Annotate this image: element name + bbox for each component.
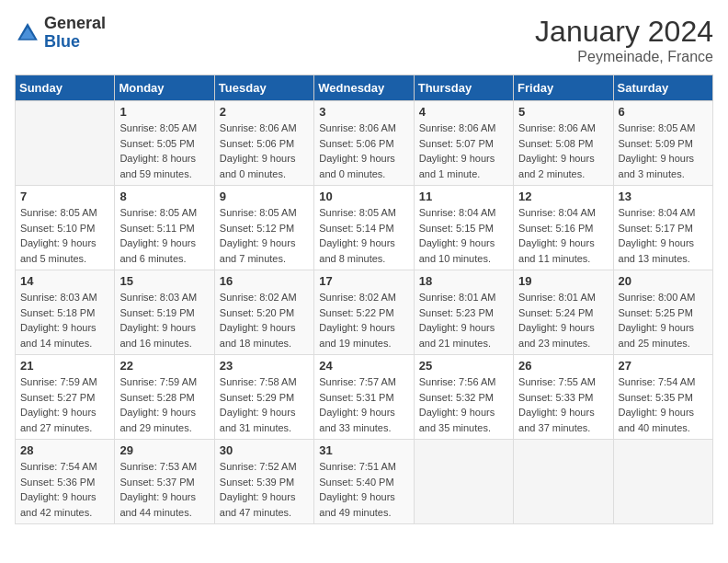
day-number: 5 (518, 105, 608, 119)
day-info: Sunrise: 8:06 AMSunset: 5:07 PMDaylight:… (419, 121, 508, 181)
calendar-cell: 25Sunrise: 7:56 AMSunset: 5:32 PMDayligh… (414, 355, 513, 440)
calendar-week-1: 1Sunrise: 8:05 AMSunset: 5:05 PMDaylight… (16, 101, 713, 186)
calendar-table: SundayMondayTuesdayWednesdayThursdayFrid… (15, 75, 713, 524)
day-info: Sunrise: 8:03 AMSunset: 5:19 PMDaylight:… (119, 290, 209, 350)
calendar-cell: 14Sunrise: 8:03 AMSunset: 5:18 PMDayligh… (16, 270, 115, 355)
calendar-cell: 4Sunrise: 8:06 AMSunset: 5:07 PMDaylight… (414, 101, 513, 186)
day-number: 27 (619, 359, 708, 373)
day-number: 15 (119, 274, 209, 288)
calendar-cell: 12Sunrise: 8:04 AMSunset: 5:16 PMDayligh… (514, 186, 613, 270)
calendar-week-2: 7Sunrise: 8:05 AMSunset: 5:10 PMDaylight… (16, 186, 713, 270)
day-number: 3 (319, 105, 408, 119)
day-info: Sunrise: 8:06 AMSunset: 5:08 PMDaylight:… (518, 121, 608, 181)
day-number: 12 (518, 190, 608, 203)
calendar-week-3: 14Sunrise: 8:03 AMSunset: 5:18 PMDayligh… (16, 270, 713, 355)
day-number: 24 (319, 359, 408, 373)
day-number: 14 (20, 274, 109, 288)
calendar-cell: 7Sunrise: 8:05 AMSunset: 5:10 PMDaylight… (16, 186, 115, 270)
day-number: 31 (319, 443, 408, 457)
calendar-cell: 2Sunrise: 8:06 AMSunset: 5:06 PMDaylight… (214, 101, 313, 186)
calendar-cell: 6Sunrise: 8:05 AMSunset: 5:09 PMDaylight… (613, 101, 712, 186)
day-info: Sunrise: 8:05 AMSunset: 5:11 PMDaylight:… (119, 205, 209, 266)
day-number: 26 (518, 359, 608, 373)
title-section: January 2024 Peymeinade, France (535, 15, 713, 65)
day-info: Sunrise: 8:04 AMSunset: 5:16 PMDaylight:… (518, 205, 608, 266)
day-number: 13 (619, 190, 708, 203)
day-header-thursday: Thursday (414, 75, 513, 101)
calendar-body: 1Sunrise: 8:05 AMSunset: 5:05 PMDaylight… (16, 101, 713, 524)
calendar-cell: 15Sunrise: 8:03 AMSunset: 5:19 PMDayligh… (115, 270, 214, 355)
day-info: Sunrise: 8:05 AMSunset: 5:12 PMDaylight:… (220, 205, 309, 266)
day-number: 19 (518, 274, 608, 288)
day-number: 10 (319, 190, 408, 203)
calendar-cell: 27Sunrise: 7:54 AMSunset: 5:35 PMDayligh… (613, 355, 712, 440)
calendar-cell: 16Sunrise: 8:02 AMSunset: 5:20 PMDayligh… (214, 270, 313, 355)
calendar-week-5: 28Sunrise: 7:54 AMSunset: 5:36 PMDayligh… (16, 440, 713, 524)
day-info: Sunrise: 8:05 AMSunset: 5:05 PMDaylight:… (119, 121, 209, 181)
calendar-cell: 8Sunrise: 8:05 AMSunset: 5:11 PMDaylight… (115, 186, 214, 270)
day-number: 23 (220, 359, 309, 373)
calendar-cell: 19Sunrise: 8:01 AMSunset: 5:24 PMDayligh… (514, 270, 613, 355)
day-info: Sunrise: 8:02 AMSunset: 5:20 PMDaylight:… (220, 290, 309, 350)
calendar-cell: 1Sunrise: 8:05 AMSunset: 5:05 PMDaylight… (115, 101, 214, 186)
calendar-cell: 26Sunrise: 7:55 AMSunset: 5:33 PMDayligh… (514, 355, 613, 440)
day-info: Sunrise: 8:05 AMSunset: 5:09 PMDaylight:… (619, 121, 708, 181)
day-info: Sunrise: 8:03 AMSunset: 5:18 PMDaylight:… (20, 290, 109, 350)
day-number: 9 (220, 190, 309, 203)
day-number: 22 (119, 359, 209, 373)
calendar-cell: 13Sunrise: 8:04 AMSunset: 5:17 PMDayligh… (613, 186, 712, 270)
calendar-cell: 3Sunrise: 8:06 AMSunset: 5:06 PMDaylight… (314, 101, 414, 186)
calendar-cell: 11Sunrise: 8:04 AMSunset: 5:15 PMDayligh… (414, 186, 513, 270)
day-number: 4 (419, 105, 508, 119)
calendar-cell: 5Sunrise: 8:06 AMSunset: 5:08 PMDaylight… (514, 101, 613, 186)
day-info: Sunrise: 7:54 AMSunset: 5:35 PMDaylight:… (619, 374, 708, 435)
day-number: 8 (119, 190, 209, 203)
calendar-cell: 28Sunrise: 7:54 AMSunset: 5:36 PMDayligh… (16, 440, 115, 524)
calendar-week-4: 21Sunrise: 7:59 AMSunset: 5:27 PMDayligh… (16, 355, 713, 440)
day-number: 6 (619, 105, 708, 119)
calendar-cell (16, 101, 115, 186)
day-info: Sunrise: 7:56 AMSunset: 5:32 PMDaylight:… (419, 374, 508, 435)
day-header-monday: Monday (115, 75, 214, 101)
day-number: 16 (220, 274, 309, 288)
day-info: Sunrise: 8:06 AMSunset: 5:06 PMDaylight:… (220, 121, 309, 181)
month-title: January 2024 (535, 15, 713, 49)
day-info: Sunrise: 8:02 AMSunset: 5:22 PMDaylight:… (319, 290, 408, 350)
calendar-cell: 24Sunrise: 7:57 AMSunset: 5:31 PMDayligh… (314, 355, 414, 440)
calendar-cell (613, 440, 712, 524)
calendar-cell: 21Sunrise: 7:59 AMSunset: 5:27 PMDayligh… (16, 355, 115, 440)
day-info: Sunrise: 8:05 AMSunset: 5:10 PMDaylight:… (20, 205, 109, 266)
page-header: General Blue January 2024 Peymeinade, Fr… (15, 15, 713, 65)
logo: General Blue (15, 15, 106, 52)
day-number: 28 (20, 443, 109, 457)
day-header-saturday: Saturday (613, 75, 712, 101)
day-number: 20 (619, 274, 708, 288)
day-info: Sunrise: 8:01 AMSunset: 5:23 PMDaylight:… (419, 290, 508, 350)
day-number: 30 (220, 443, 309, 457)
day-number: 7 (20, 190, 109, 203)
day-number: 17 (319, 274, 408, 288)
day-info: Sunrise: 8:04 AMSunset: 5:15 PMDaylight:… (419, 205, 508, 266)
calendar-cell: 22Sunrise: 7:59 AMSunset: 5:28 PMDayligh… (115, 355, 214, 440)
day-info: Sunrise: 7:55 AMSunset: 5:33 PMDaylight:… (518, 374, 608, 435)
calendar-header-row: SundayMondayTuesdayWednesdayThursdayFrid… (16, 75, 713, 101)
day-header-tuesday: Tuesday (214, 75, 313, 101)
calendar-cell: 23Sunrise: 7:58 AMSunset: 5:29 PMDayligh… (214, 355, 313, 440)
day-info: Sunrise: 8:06 AMSunset: 5:06 PMDaylight:… (319, 121, 408, 181)
day-number: 2 (220, 105, 309, 119)
day-number: 29 (119, 443, 209, 457)
calendar-cell: 9Sunrise: 8:05 AMSunset: 5:12 PMDaylight… (214, 186, 313, 270)
calendar-cell: 17Sunrise: 8:02 AMSunset: 5:22 PMDayligh… (314, 270, 414, 355)
day-info: Sunrise: 7:59 AMSunset: 5:28 PMDaylight:… (119, 374, 209, 435)
day-info: Sunrise: 7:51 AMSunset: 5:40 PMDaylight:… (319, 459, 408, 520)
day-number: 1 (119, 105, 209, 119)
calendar-cell: 20Sunrise: 8:00 AMSunset: 5:25 PMDayligh… (613, 270, 712, 355)
calendar-cell (414, 440, 513, 524)
calendar-cell: 10Sunrise: 8:05 AMSunset: 5:14 PMDayligh… (314, 186, 414, 270)
calendar-cell: 18Sunrise: 8:01 AMSunset: 5:23 PMDayligh… (414, 270, 513, 355)
day-header-wednesday: Wednesday (314, 75, 414, 101)
day-info: Sunrise: 8:01 AMSunset: 5:24 PMDaylight:… (518, 290, 608, 350)
day-info: Sunrise: 8:04 AMSunset: 5:17 PMDaylight:… (619, 205, 708, 266)
calendar-cell (514, 440, 613, 524)
day-info: Sunrise: 7:58 AMSunset: 5:29 PMDaylight:… (220, 374, 309, 435)
